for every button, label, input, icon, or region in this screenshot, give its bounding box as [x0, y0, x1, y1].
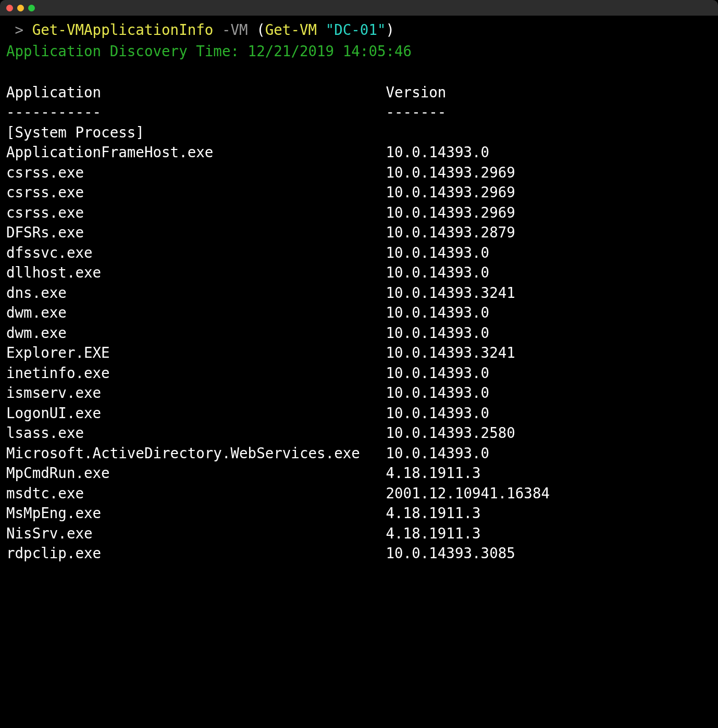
- application-cell: LogonUI.exe: [6, 403, 386, 423]
- table-row: NisSrv.exe4.18.1911.3: [6, 523, 712, 544]
- application-cell: inetinfo.exe: [6, 363, 386, 383]
- close-icon[interactable]: [6, 5, 13, 11]
- table-row: [System Process]: [6, 122, 712, 143]
- version-cell: 4.18.1911.3: [386, 503, 480, 523]
- table-row: dwm.exe10.0.14393.0: [6, 323, 712, 343]
- application-cell: [System Process]: [6, 122, 386, 143]
- blank-line: [6, 62, 712, 82]
- application-cell: rdpclip.exe: [6, 543, 386, 563]
- header-application: Application: [6, 82, 386, 103]
- header-version-underline: -------: [386, 102, 446, 122]
- table-row: lsass.exe10.0.14393.2580: [6, 423, 712, 443]
- version-cell: 10.0.14393.0: [386, 142, 489, 162]
- application-cell: csrss.exe: [6, 162, 386, 183]
- table-underline-row: ------------------: [6, 102, 712, 122]
- version-cell: 10.0.14393.2879: [386, 222, 515, 243]
- prompt-close-paren: ): [386, 21, 395, 38]
- application-cell: csrss.exe: [6, 203, 386, 223]
- version-cell: 10.0.14393.0: [386, 403, 489, 423]
- application-cell: Microsoft.ActiveDirectory.WebServices.ex…: [6, 443, 386, 463]
- application-cell: lsass.exe: [6, 423, 386, 443]
- prompt-caret: >: [15, 21, 24, 38]
- table-row: ismserv.exe10.0.14393.0: [6, 383, 712, 403]
- prompt-inner-cmdlet: Get-VM: [265, 21, 317, 38]
- version-cell: 10.0.14393.2580: [386, 423, 515, 443]
- table-row: DFSRs.exe10.0.14393.2879: [6, 222, 712, 243]
- application-cell: DFSRs.exe: [6, 222, 386, 243]
- discovery-line: Application Discovery Time: 12/21/2019 1…: [6, 41, 712, 62]
- version-cell: 10.0.14393.0: [386, 383, 489, 403]
- table-row: dwm.exe10.0.14393.0: [6, 303, 712, 323]
- discovery-timestamp: 12/21/2019 14:05:46: [248, 43, 412, 59]
- minimize-icon[interactable]: [17, 5, 24, 11]
- version-cell: 10.0.14393.0: [386, 363, 489, 383]
- prompt-open-paren: (: [256, 21, 265, 38]
- prompt-cmdlet: Get-VMApplicationInfo: [32, 21, 214, 38]
- version-cell: 10.0.14393.0: [386, 323, 489, 343]
- version-cell: 10.0.14393.0: [386, 303, 489, 323]
- discovery-label: Application Discovery Time:: [6, 43, 239, 59]
- version-cell: 10.0.14393.2969: [386, 162, 515, 183]
- version-cell: 10.0.14393.3241: [386, 283, 515, 303]
- application-cell: dwm.exe: [6, 303, 386, 323]
- table-row: csrss.exe10.0.14393.2969: [6, 203, 712, 223]
- version-cell: 10.0.14393.0: [386, 262, 489, 283]
- table-row: csrss.exe10.0.14393.2969: [6, 162, 712, 183]
- version-cell: 10.0.14393.2969: [386, 182, 515, 203]
- application-cell: msdtc.exe: [6, 483, 386, 504]
- table-header-row: ApplicationVersion: [6, 82, 712, 103]
- version-cell: 10.0.14393.0: [386, 243, 489, 263]
- table-row: MsMpEng.exe4.18.1911.3: [6, 503, 712, 523]
- application-cell: dllhost.exe: [6, 262, 386, 283]
- application-cell: MpCmdRun.exe: [6, 463, 386, 483]
- version-cell: 2001.12.10941.16384: [386, 483, 550, 504]
- table-row: rdpclip.exe10.0.14393.3085: [6, 543, 712, 563]
- application-cell: ApplicationFrameHost.exe: [6, 142, 386, 162]
- version-cell: 4.18.1911.3: [386, 523, 480, 544]
- prompt-vm-arg: "DC-01": [326, 21, 386, 38]
- terminal-body[interactable]: > Get-VMApplicationInfo -VM (Get-VM "DC-…: [0, 16, 718, 570]
- application-cell: MsMpEng.exe: [6, 503, 386, 523]
- application-cell: dns.exe: [6, 283, 386, 303]
- table-row: csrss.exe10.0.14393.2969: [6, 182, 712, 203]
- table-row: Explorer.EXE10.0.14393.3241: [6, 343, 712, 363]
- maximize-icon[interactable]: [28, 5, 35, 11]
- table-row: LogonUI.exe10.0.14393.0: [6, 403, 712, 423]
- table-row: Microsoft.ActiveDirectory.WebServices.ex…: [6, 443, 712, 463]
- version-cell: 10.0.14393.0: [386, 443, 489, 463]
- version-cell: 10.0.14393.3085: [386, 543, 515, 563]
- application-cell: csrss.exe: [6, 182, 386, 203]
- table-row: dllhost.exe10.0.14393.0: [6, 262, 712, 283]
- table-row: ApplicationFrameHost.exe10.0.14393.0: [6, 142, 712, 162]
- version-cell: 4.18.1911.3: [386, 463, 480, 483]
- header-application-underline: -----------: [6, 102, 386, 122]
- application-cell: dfssvc.exe: [6, 243, 386, 263]
- table-row: dfssvc.exe10.0.14393.0: [6, 243, 712, 263]
- application-cell: Explorer.EXE: [6, 343, 386, 363]
- table-row: dns.exe10.0.14393.3241: [6, 283, 712, 303]
- table-row: msdtc.exe2001.12.10941.16384: [6, 483, 712, 504]
- table-row: inetinfo.exe10.0.14393.0: [6, 363, 712, 383]
- header-version: Version: [386, 82, 446, 103]
- table-row: MpCmdRun.exe4.18.1911.3: [6, 463, 712, 483]
- application-cell: ismserv.exe: [6, 383, 386, 403]
- version-cell: 10.0.14393.3241: [386, 343, 515, 363]
- version-cell: 10.0.14393.2969: [386, 203, 515, 223]
- prompt-line: > Get-VMApplicationInfo -VM (Get-VM "DC-…: [6, 20, 712, 41]
- titlebar: [0, 0, 718, 16]
- application-cell: NisSrv.exe: [6, 523, 386, 544]
- terminal-window: > Get-VMApplicationInfo -VM (Get-VM "DC-…: [0, 0, 718, 728]
- prompt-param: -VM: [222, 21, 248, 38]
- application-cell: dwm.exe: [6, 323, 386, 343]
